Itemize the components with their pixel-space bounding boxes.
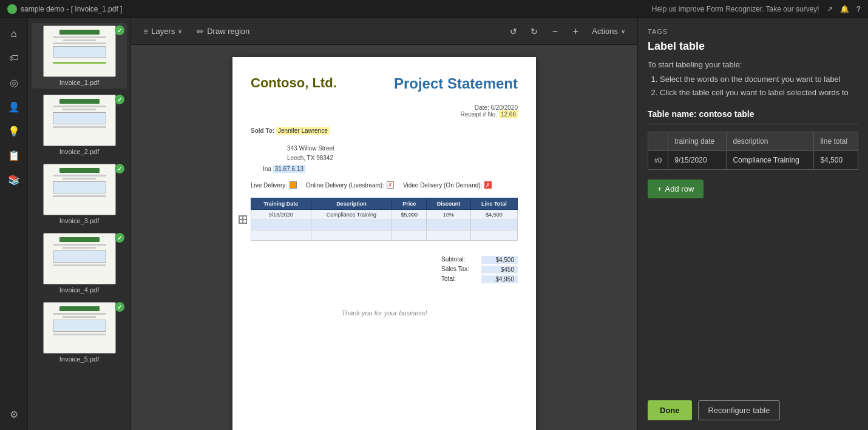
doc-sold-to: Sold To: Jennifer Lawrence — [251, 127, 518, 135]
bell-icon[interactable]: 🔔 — [840, 5, 849, 13]
draw-icon: ✏ — [197, 27, 204, 36]
doc-project-title: Project Statement — [394, 75, 518, 92]
top-bar-left: sample demo - [ Invoice_1.pdf ] — [7, 4, 122, 14]
file-item-1[interactable]: ✓ Invoice_1.pdf — [32, 23, 127, 89]
toolbar-right: ↺ ↻ − + Actions ∨ — [504, 22, 630, 41]
total-value: $4,950 — [481, 275, 518, 283]
help-icon[interactable]: ? — [856, 5, 861, 13]
cell-empty — [251, 220, 311, 230]
add-row-button[interactable]: + Add row — [648, 180, 704, 198]
col-line-total: Line Total — [470, 198, 517, 210]
file-thumb-2 — [43, 95, 116, 146]
sidebar-item-person[interactable]: 👤 — [3, 96, 25, 118]
total-row: Total: $4,950 — [441, 275, 518, 283]
delivery-live: Live Delivery: — [251, 181, 297, 189]
file-thumb-4 — [43, 233, 116, 284]
cell-line-total: $4,500 — [470, 210, 517, 220]
date-label: Date: — [475, 104, 489, 111]
app-logo — [7, 4, 17, 14]
file-item-5[interactable]: ✓ Invoice_5.pdf — [32, 300, 127, 365]
cell-empty — [251, 230, 311, 241]
layers-button[interactable]: ≡ Layers ∨ — [138, 24, 187, 39]
sidebar-item-doc[interactable]: 📋 — [3, 144, 25, 166]
sold-to-label: Sold To: — [251, 127, 274, 134]
receipt-value: 12.66 — [499, 110, 518, 118]
redo-button[interactable]: ↻ — [525, 22, 543, 41]
cell-empty — [427, 230, 470, 241]
file-item-2[interactable]: ✓ Invoice_2.pdf — [32, 92, 127, 158]
undo-button[interactable]: ↺ — [504, 22, 523, 41]
file-item-4[interactable]: ✓ Invoice_4.pdf — [32, 230, 127, 296]
sidebar-item-home[interactable]: ⌂ — [3, 23, 25, 45]
layers-chevron-icon: ∨ — [178, 28, 182, 35]
cell-description: Compliance Training — [311, 210, 392, 220]
done-button[interactable]: Done — [648, 400, 692, 420]
draw-region-button[interactable]: ✏ Draw region — [192, 24, 254, 39]
delivery-video: Video Delivery (On Demand): ✗ — [403, 181, 492, 189]
sales-tax-row: Sales Tax: $450 — [441, 266, 518, 274]
col-training-date-header[interactable]: training date — [668, 132, 727, 151]
file-thumb-1 — [43, 25, 116, 77]
doc-table: Training Date Description Price Discount… — [251, 198, 518, 241]
cell-date: 9/13/2020 — [251, 210, 311, 220]
ina-label: Ina — [263, 166, 271, 172]
sidebar-bottom: ⚙ — [3, 403, 25, 425]
cell-line-total-0[interactable]: $4,500 — [814, 151, 858, 170]
file-thumb-3 — [43, 164, 116, 215]
table-row: 9/13/2020 Compliance Training $5,000 10%… — [251, 210, 518, 220]
file-badge-2: ✓ — [115, 95, 124, 104]
cell-price: $5,000 — [392, 210, 427, 220]
doc-area[interactable]: Contoso, Ltd. Project Statement Date: 6/… — [131, 45, 637, 430]
delivery-section: Live Delivery: Online Delivery (Livestre… — [251, 181, 518, 189]
plus-icon: + — [657, 184, 662, 193]
footer-text: Thank you for your business! — [341, 309, 427, 317]
zoom-out-button[interactable]: − — [546, 22, 564, 41]
delivery-online-box: ✗ — [387, 181, 394, 189]
address-line2: Leech, TX 98342 — [287, 153, 518, 163]
sidebar-item-tag[interactable]: 🏷 — [3, 47, 25, 69]
cell-description-0[interactable]: Compliance Training — [727, 151, 814, 170]
table-row-empty-2 — [251, 230, 518, 241]
col-price: Price — [392, 198, 427, 210]
col-description-header[interactable]: description — [727, 132, 814, 151]
file-thumb-5 — [43, 302, 116, 354]
file-item-3[interactable]: ✓ Invoice_3.pdf — [32, 161, 127, 227]
doc-ina: Ina 31.67.6.13 — [263, 166, 518, 172]
col-discount: Discount — [427, 198, 470, 210]
reconfigure-button[interactable]: Reconfigure table — [698, 400, 781, 420]
survey-text: Help us improve Form Recognizer. Take ou… — [652, 5, 819, 13]
sidebar-item-search[interactable]: ◎ — [3, 72, 25, 93]
delivery-video-label: Video Delivery (On Demand): — [403, 182, 482, 189]
label-table-header-row: training date description line total — [648, 132, 858, 151]
col-line-total-header[interactable]: line total — [814, 132, 858, 151]
doc-address: 343 Willow Street Leech, TX 98342 — [287, 144, 518, 163]
cell-empty — [470, 230, 517, 241]
file-badge-4: ✓ — [115, 233, 124, 243]
zoom-in-button[interactable]: + — [566, 22, 585, 41]
cell-empty — [311, 230, 392, 241]
actions-button[interactable]: Actions ∨ — [587, 24, 630, 39]
cell-empty — [311, 220, 392, 230]
add-row-label: Add row — [665, 184, 694, 193]
instruction-step-2: Click the table cell you want to label s… — [660, 86, 858, 99]
sold-to-value: Jennifer Lawrence — [276, 127, 330, 135]
sidebar-item-book[interactable]: 📚 — [3, 169, 25, 190]
instruction-step-1: Select the words on the document you wan… — [660, 73, 858, 86]
file-badge-1: ✓ — [115, 25, 124, 35]
cell-empty — [392, 220, 427, 230]
sidebar-item-settings[interactable]: ⚙ — [3, 403, 25, 425]
layers-label: Layers — [151, 27, 175, 36]
file-name-5: Invoice_5.pdf — [59, 355, 99, 363]
file-name-1: Invoice_1.pdf — [59, 79, 99, 86]
panel-instruction-list: Select the words on the document you wan… — [648, 73, 858, 99]
col-row-num — [648, 132, 668, 151]
top-bar: sample demo - [ Invoice_1.pdf ] Help us … — [0, 0, 868, 18]
cell-training-date-0[interactable]: 9/15/2020 — [668, 151, 727, 170]
main-layout: ⌂ 🏷 ◎ 👤 💡 📋 📚 ⚙ ✓ Invoice_1.p — [0, 18, 868, 430]
top-bar-right: Help us improve Form Recognizer. Take ou… — [652, 5, 861, 13]
sidebar-item-light[interactable]: 💡 — [3, 120, 25, 142]
file-name-4: Invoice_4.pdf — [59, 286, 99, 294]
subtotal-value: $4,500 — [481, 256, 518, 264]
external-icon[interactable]: ↗ — [827, 5, 833, 13]
file-name-2: Invoice_2.pdf — [59, 148, 99, 155]
